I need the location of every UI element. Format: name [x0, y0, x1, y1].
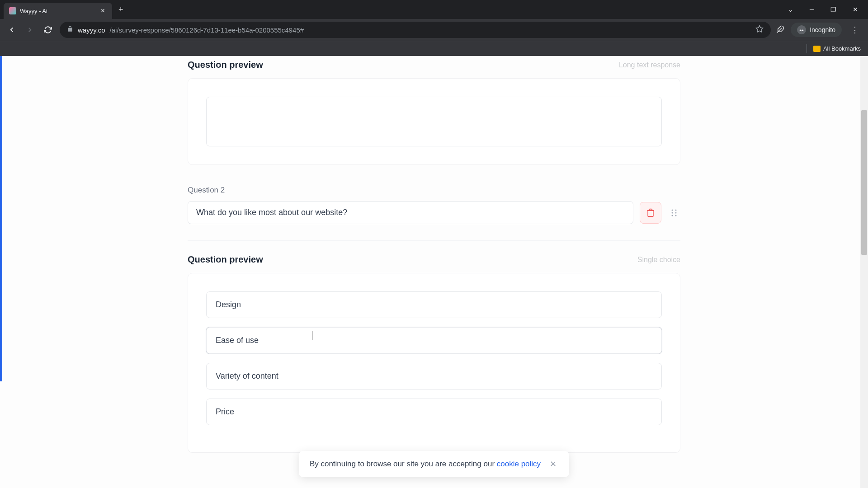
text-cursor	[312, 331, 312, 340]
svg-point-2	[800, 29, 802, 31]
all-bookmarks-button[interactable]: All Bookmarks	[813, 45, 861, 52]
question-2-input[interactable]	[188, 201, 633, 224]
choice-option-ease[interactable]: Ease of use	[206, 327, 662, 354]
svg-point-4	[672, 209, 673, 211]
q1-preview-type: Long text response	[619, 61, 680, 69]
drag-handle-icon	[670, 208, 678, 217]
incognito-label: Incognito	[810, 26, 835, 33]
scrollbar-thumb[interactable]	[861, 110, 867, 255]
incognito-badge[interactable]: Incognito	[791, 23, 842, 37]
trash-icon	[646, 208, 655, 217]
drag-handle[interactable]	[668, 202, 680, 224]
browser-menu-icon[interactable]: ⋮	[847, 25, 863, 35]
question-2-label: Question 2	[188, 186, 680, 195]
q1-preview-title: Question preview	[188, 60, 263, 70]
address-bar: wayyy.co/ai/survey-response/5860126d-7d1…	[0, 19, 868, 41]
choice-option-design[interactable]: Design	[206, 291, 662, 318]
tab-search-icon[interactable]: ⌄	[782, 2, 800, 17]
svg-point-5	[675, 209, 677, 211]
lock-icon	[67, 26, 73, 34]
choice-option-variety[interactable]: Variety of content	[206, 363, 662, 389]
choice-option-price[interactable]: Price	[206, 399, 662, 425]
new-tab-button[interactable]: +	[112, 5, 130, 14]
q2-preview-box: Design Ease of use Variety of content Pr…	[188, 273, 680, 453]
page-content: Question preview Long text response Ques…	[0, 56, 868, 488]
delete-question-button[interactable]	[640, 202, 661, 224]
folder-icon	[813, 46, 821, 52]
bookmarks-bar: All Bookmarks	[0, 41, 868, 56]
cookie-policy-link[interactable]: cookie policy	[497, 460, 541, 468]
browser-tab-active[interactable]: Wayyy - Ai ×	[4, 3, 112, 19]
forward-button[interactable]	[24, 23, 36, 36]
url-path: /ai/survey-response/5860126d-7d13-11ee-b…	[110, 26, 304, 34]
cookie-text: By continuing to browse our site you are…	[310, 460, 541, 469]
svg-point-6	[672, 212, 673, 213]
extensions-icon[interactable]	[776, 25, 785, 34]
back-button[interactable]	[5, 23, 18, 36]
browser-tab-bar: Wayyy - Ai × + ⌄ ─ ❐ ✕	[0, 0, 868, 19]
left-accent-bar	[0, 56, 2, 381]
tab-favicon	[9, 7, 16, 14]
tab-title: Wayyy - Ai	[20, 8, 95, 14]
cookie-banner: By continuing to browse our site you are…	[299, 451, 569, 477]
reload-button[interactable]	[42, 23, 54, 36]
window-close-icon[interactable]: ✕	[846, 2, 864, 17]
q1-preview-box	[188, 78, 680, 165]
window-minimize-icon[interactable]: ─	[803, 2, 821, 17]
bookmarks-label: All Bookmarks	[823, 45, 861, 52]
svg-point-7	[675, 212, 677, 213]
svg-point-9	[675, 215, 677, 216]
long-text-response-preview[interactable]	[206, 97, 662, 146]
url-input[interactable]: wayyy.co/ai/survey-response/5860126d-7d1…	[60, 22, 771, 38]
q2-preview-title: Question preview	[188, 254, 263, 265]
cookie-close-icon[interactable]: ✕	[548, 459, 558, 469]
divider	[188, 240, 680, 241]
scrollbar-track[interactable]	[860, 56, 868, 488]
window-maximize-icon[interactable]: ❐	[824, 2, 843, 17]
incognito-icon	[797, 25, 806, 34]
tab-close-icon[interactable]: ×	[99, 7, 107, 15]
q2-preview-type: Single choice	[637, 256, 680, 264]
bookmark-star-icon[interactable]	[755, 25, 764, 35]
svg-marker-0	[756, 26, 763, 32]
svg-point-8	[672, 215, 673, 216]
url-host: wayyy.co	[78, 26, 105, 34]
svg-point-3	[802, 29, 804, 31]
